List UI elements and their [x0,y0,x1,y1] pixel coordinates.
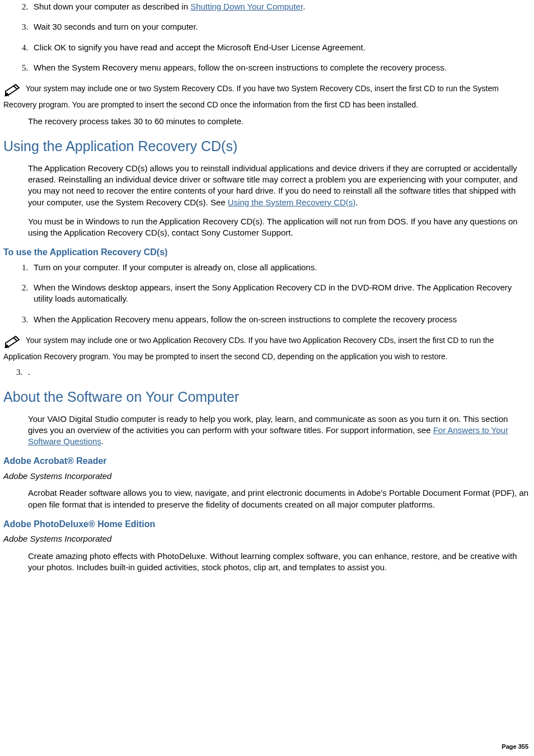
app-recovery-p2: You must be in Windows to run the Applic… [28,216,530,239]
acrobat-company: Adobe Systems Incorporated [3,471,532,482]
about-p1-b: . [101,436,104,446]
app-step-3: When the Application Recovery menu appea… [30,314,532,325]
note-1-text: Your system may include one or two Syste… [3,84,499,109]
note-system-recovery-cds: Your system may include one or two Syste… [3,82,531,110]
pencil-note-icon [3,82,22,100]
acrobat-body: Acrobat Reader software allows you to vi… [28,487,530,510]
link-system-recovery[interactable]: Using the System Recovery CD(s) [228,198,355,207]
step-3: Wait 30 seconds and turn on your compute… [30,21,532,32]
system-recovery-steps: Shut down your computer as described in … [2,1,532,73]
about-software-p1: Your VAIO Digital Studio computer is rea… [28,414,530,448]
page-number: Page 355 [502,743,528,751]
app-step-1: Turn on your computer. If your computer … [30,262,532,273]
step-2-text-b: . [303,2,305,11]
note-2-text: Your system may include one or two Appli… [3,336,494,361]
app-recovery-p1-b: . [355,198,358,207]
photodeluxe-company: Adobe Systems Incorporated [3,533,532,544]
app-recovery-steps: Turn on your computer. If your computer … [2,262,532,325]
stray-list-item: . [25,367,532,378]
heading-app-recovery: Using the Application Recovery CD(s) [3,137,532,156]
app-step-2: When the Windows desktop appears, insert… [30,282,532,305]
note-app-recovery-cds: Your system may include one or two Appli… [3,334,531,362]
step-5: When the System Recovery menu appears, f… [30,62,532,73]
heading-photodeluxe: Adobe PhotoDeluxe® Home Edition [3,518,532,530]
svg-line-0 [13,86,17,89]
step-2: Shut down your computer as described in … [30,1,532,12]
photodeluxe-body: Create amazing photo effects with PhotoD… [28,551,530,574]
link-shutting-down[interactable]: Shutting Down Your Computer [190,2,303,11]
heading-about-software: About the Software on Your Computer [3,388,532,407]
svg-line-2 [13,337,17,341]
subheading-to-use-app-recovery: To use the Application Recovery CD(s) [3,246,532,259]
pencil-note-icon [3,334,22,351]
step-2-text-a: Shut down your computer as described in [34,2,190,11]
heading-acrobat: Adobe Acrobat® Reader [3,455,532,467]
recovery-time-note: The recovery process takes 30 to 60 minu… [28,116,530,127]
stray-list: . [2,367,532,378]
step-4: Click OK to signify you have read and ac… [30,42,532,53]
app-recovery-p1: The Application Recovery CD(s) allows yo… [28,163,530,208]
